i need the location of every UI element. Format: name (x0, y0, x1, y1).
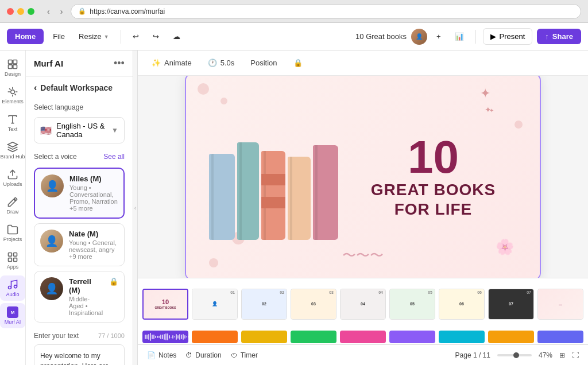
slide-thumb-8[interactable]: 07 07 (488, 289, 534, 320)
forward-nav-button[interactable]: › (57, 6, 67, 17)
voice-avatar-miles: 👤 (41, 174, 64, 197)
slide-thumb-num-2: 01 (230, 290, 235, 294)
deco-dot-3 (209, 258, 218, 267)
sidebar-item-uploads[interactable]: Uploads (0, 165, 25, 191)
position-label: Position (250, 59, 277, 67)
browser-dots (7, 8, 34, 15)
slide-thumb-7[interactable]: 06 06 (439, 289, 485, 320)
panel-collapse-handle[interactable]: ‹ (133, 51, 138, 365)
file-button[interactable]: File (48, 30, 69, 43)
back-button[interactable]: ‹ Default Workspace (26, 77, 133, 99)
voice-avatar-nate: 👤 (40, 230, 63, 253)
redo-button[interactable]: ↪ (148, 30, 164, 43)
doc-title: 10 Great books (355, 32, 407, 41)
murf-label: Murf AI (5, 319, 21, 325)
svg-rect-0 (9, 60, 13, 64)
dot-green[interactable] (28, 8, 34, 15)
position-button[interactable]: Position (246, 56, 281, 69)
undo-button[interactable]: ↩ (128, 30, 144, 43)
back-arrow-icon: ‹ (34, 83, 37, 93)
voice-desc-terrell: Middle-Aged • Inspirational (69, 296, 103, 316)
book-4 (288, 157, 311, 240)
present-label: Present (500, 32, 525, 41)
text-input[interactable]: Hey welcome to my presentation, Here are… (34, 344, 125, 365)
grid-view-button[interactable]: ⊞ (559, 351, 565, 359)
slide-thumb-9[interactable]: ... (537, 289, 583, 320)
voices-section-label: Select a voice (34, 153, 77, 161)
sidebar-item-brand[interactable]: Brand Hub (0, 138, 25, 163)
book-2 (237, 142, 259, 240)
voice-card-terrell[interactable]: 👤 Terrell (M) Middle-Aged • Inspirationa… (34, 271, 125, 323)
grid-icon: ⊞ (559, 351, 565, 359)
brand-hub-label: Brand Hub (0, 154, 25, 160)
slide-thumb-2[interactable]: 👤 01 (192, 289, 238, 320)
animate-button[interactable]: ✨ Animate (147, 56, 196, 69)
duration-value: 5.0s (220, 59, 235, 67)
flower-decoration: 🌸 (496, 238, 514, 256)
home-button[interactable]: Home (7, 29, 44, 44)
share-button[interactable]: ↑ Share (537, 29, 581, 44)
dot-red[interactable] (7, 8, 14, 15)
timer-button[interactable]: ⏲ Timer (231, 351, 258, 359)
text-header: Enter your text 77 / 1000 (34, 332, 125, 340)
svg-point-9 (9, 286, 11, 289)
language-name: English - US & Canada (56, 122, 107, 139)
svg-rect-1 (13, 60, 17, 64)
duration-status-button[interactable]: ⏱ Duration (185, 351, 221, 359)
murf-panel: Murf AI ••• ‹ Default Workspace Select l… (26, 51, 133, 365)
canvas-area: ✨ Animate 🕐 5.0s Position 🔒 (138, 51, 588, 365)
dot-yellow[interactable] (17, 8, 24, 15)
sidebar-item-apps[interactable]: Apps (0, 248, 25, 273)
draw-label: Draw (6, 209, 18, 215)
lock-button[interactable]: 🔒 (289, 56, 307, 69)
elements-label: Elements (2, 99, 24, 104)
sidebar-item-audio[interactable]: Audio (0, 275, 25, 301)
sidebar-item-text[interactable]: Text (0, 110, 25, 135)
status-bar: 📄 Notes ⏱ Duration ⏲ Timer Page 1 / 11 (138, 344, 588, 365)
svg-rect-5 (9, 253, 12, 257)
slide-thumb-6[interactable]: 05 05 (389, 289, 435, 320)
slide-thumb-num-5: 04 (378, 290, 383, 294)
back-nav-button[interactable]: ‹ (44, 6, 53, 17)
present-button[interactable]: ▶ Present (483, 28, 533, 45)
zoom-slider[interactable] (497, 354, 532, 356)
sidebar-item-projects[interactable]: Projects (0, 220, 25, 246)
chart-icon: 📊 (455, 32, 464, 41)
waveform-3 (241, 331, 287, 343)
voice-card-miles[interactable]: 👤 Miles (M) Young • Conversational, Prom… (34, 168, 125, 219)
url-bar[interactable]: 🔒 https://canva.com/murfai (71, 4, 581, 19)
book-3 (261, 151, 285, 240)
sidebar-item-design[interactable]: Design (0, 55, 25, 80)
sidebar-item-draw[interactable]: Draw (0, 193, 25, 218)
sidebar-item-murf[interactable]: M Murf AI (0, 303, 25, 328)
slide-thumb-5[interactable]: 04 04 (340, 289, 386, 320)
add-button[interactable]: + (432, 30, 446, 43)
waveform-1: // Generate waveform bars inline documen… (142, 331, 188, 343)
expand-button[interactable]: ⛶ (572, 351, 579, 359)
voice-desc-nate: Young • General, newscast, angry +9 more (69, 239, 118, 260)
apps-label: Apps (7, 264, 19, 270)
page-info: Page 1 / 11 (455, 351, 490, 359)
slide-thumb-3[interactable]: 02 02 (241, 289, 287, 320)
voice-card-nate[interactable]: 👤 Nate (M) Young • General, newscast, an… (34, 223, 125, 266)
slide-thumb-4[interactable]: 03 03 (291, 289, 336, 320)
slide-canvas: ✦✦✦ (185, 76, 541, 278)
notes-button[interactable]: 📄 Notes (147, 351, 176, 359)
waveform-5 (340, 331, 386, 343)
audio-label: Audio (6, 292, 19, 297)
slide-thumb-1[interactable]: 10 GREAT BOOKS (142, 289, 188, 320)
sidebar-item-elements[interactable]: Elements (0, 83, 25, 108)
cloud-save-button[interactable]: ☁ (168, 30, 185, 43)
analytics-button[interactable]: 📊 (450, 30, 469, 43)
slide-thumb-num-8: 07 (527, 290, 531, 294)
panel-more-button[interactable]: ••• (114, 57, 125, 69)
browser-chrome: ‹ › 🔒 https://canva.com/murfai (0, 0, 588, 23)
book-5 (313, 145, 338, 240)
voice-info-miles: Miles (M) Young • Conversational, Promo,… (69, 174, 118, 212)
see-all-button[interactable]: See all (103, 153, 125, 161)
duration-button[interactable]: 🕐 5.0s (203, 56, 239, 69)
language-select[interactable]: 🇺🇸 English - US & Canada ▼ (34, 117, 125, 143)
top-toolbar: Home File Resize ▼ ↩ ↪ ☁ 10 Great books … (0, 23, 588, 51)
design-label: Design (5, 71, 21, 77)
resize-button[interactable]: Resize ▼ (74, 30, 114, 43)
